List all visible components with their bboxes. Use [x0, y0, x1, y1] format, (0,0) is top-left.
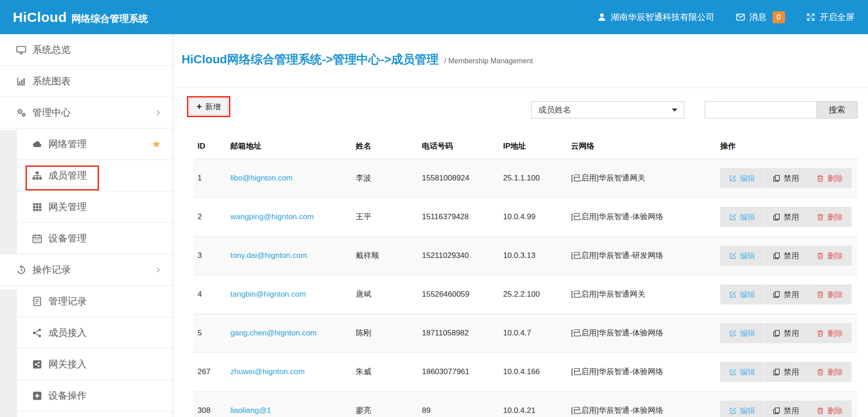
cell-email: zhuwei@hignton.com [227, 353, 352, 391]
company-account[interactable]: 湖南华辰智通科技有限公司 [597, 11, 715, 23]
col-header-phone: 电话号码 [418, 134, 499, 159]
table-row: 1 libo@hignton.com 李波 15581008924 25.1.1… [194, 159, 858, 198]
delete-button[interactable]: 删除 [808, 284, 852, 304]
favorite-star-icon: ★ [151, 138, 161, 150]
cell-network: [已启用]华辰智通-体验网络 [567, 353, 713, 391]
table-header-row: ID 邮箱地址 姓名 电话号码 IP地址 云网络 操作 [194, 134, 858, 159]
delete-button[interactable]: 删除 [808, 168, 852, 188]
cell-phone: 89 [418, 391, 499, 417]
edit-button[interactable]: 编辑 [720, 207, 764, 227]
disable-button[interactable]: 禁用 [764, 168, 807, 188]
cell-email: tangbin@hignton.com [227, 275, 352, 314]
edit-button[interactable]: 编辑 [720, 246, 764, 266]
edit-icon [729, 175, 737, 182]
delete-button[interactable]: 删除 [808, 362, 852, 382]
email-link[interactable]: tangbin@hignton.com [230, 290, 306, 299]
cell-name: 唐斌 [352, 275, 418, 314]
disable-button[interactable]: 禁用 [764, 207, 807, 227]
search-input[interactable] [705, 101, 817, 118]
add-button[interactable]: + 新增 [189, 98, 228, 115]
bar-chart-icon [16, 76, 26, 87]
table-row: 308 liaoliang@1 廖亮 89 10.0.4.21 [已启用]华辰智… [194, 391, 858, 417]
cell-network: [已启用]华辰智通-体验网络 [567, 198, 713, 237]
email-link[interactable]: libo@hignton.com [230, 174, 292, 182]
edit-button[interactable]: 编辑 [720, 168, 764, 188]
messages-button[interactable]: 消息 0 [736, 11, 785, 23]
breadcrumb: HiCloud网络综合管理系统->管理中心->成员管理 [182, 52, 438, 66]
sidebar-item-device-mgmt[interactable]: 设备管理 [17, 223, 173, 254]
sidebar-item-member-access[interactable]: 成员接入 [17, 317, 173, 349]
table-row: 5 gang.chen@hignton.com 陈刚 18711058982 1… [194, 314, 858, 353]
delete-button[interactable]: 删除 [808, 207, 852, 227]
cell-actions: 编辑 禁用 删除 [713, 159, 858, 198]
row-action-group: 编辑 禁用 删除 [720, 323, 852, 343]
edit-button[interactable]: 编辑 [720, 362, 764, 382]
cell-ip: 10.0.4.7 [499, 314, 567, 353]
email-link[interactable]: gang.chen@hignton.com [230, 329, 317, 337]
email-link[interactable]: liaoliang@1 [230, 406, 271, 415]
sidebar-item-label: 操作记录 [32, 263, 71, 276]
delete-button[interactable]: 删除 [808, 401, 852, 417]
cell-phone: 15526460059 [418, 275, 499, 314]
delete-button[interactable]: 删除 [808, 323, 852, 343]
brand-suffix: 网络综合管理系统 [71, 12, 148, 25]
table-row: 267 zhuwei@hignton.com 朱威 18603077961 10… [194, 353, 858, 391]
disable-button[interactable]: 禁用 [764, 362, 807, 382]
edit-button[interactable]: 编辑 [720, 284, 764, 304]
sidebar-item-member-mgmt[interactable]: 成员管理 [17, 160, 173, 191]
search-button[interactable]: 搜索 [816, 101, 858, 118]
edit-button[interactable]: 编辑 [720, 401, 764, 417]
disable-button[interactable]: 禁用 [764, 401, 807, 417]
email-link[interactable]: zhuwei@hignton.com [230, 367, 305, 376]
edit-icon [729, 213, 737, 221]
col-header-ip: IP地址 [499, 134, 567, 159]
cell-id: 308 [194, 391, 227, 417]
add-button-label: 新增 [205, 102, 221, 112]
sidebar-item-admin-center[interactable]: 管理中心 [0, 97, 173, 129]
edit-icon [729, 252, 737, 260]
cell-name: 李波 [352, 159, 418, 198]
disable-button[interactable]: 禁用 [764, 284, 807, 304]
sidebar-item-gateway-mgmt[interactable]: 网关管理 [17, 191, 173, 223]
cell-id: 267 [194, 353, 227, 391]
cell-id: 4 [194, 275, 227, 314]
edit-icon [729, 329, 737, 337]
sidebar-item-system-charts[interactable]: 系统图表 [0, 66, 173, 97]
sidebar-item-gateway-access[interactable]: 网关接入 [17, 349, 173, 380]
disable-button[interactable]: 禁用 [764, 246, 807, 266]
filter-dropdown[interactable]: 成员姓名 [531, 101, 684, 118]
table-row: 4 tangbin@hignton.com 唐斌 15526460059 25.… [194, 275, 858, 314]
sidebar-item-operation-records[interactable]: 操作记录 [0, 254, 173, 286]
row-action-group: 编辑 禁用 删除 [720, 207, 852, 227]
sidebar-item-device-operation[interactable]: 设备操作 [17, 380, 173, 412]
cell-email: libo@hignton.com [227, 159, 352, 198]
trash-icon [816, 252, 824, 260]
cloud-icon [32, 139, 42, 149]
sidebar-item-network-mgmt[interactable]: 网络管理 ★ [17, 129, 173, 160]
caret-down-icon [672, 108, 677, 112]
sidebar-item-label: 设备管理 [48, 232, 87, 245]
sidebar-item-admin-records[interactable]: 管理记录 [17, 286, 173, 317]
cell-phone: 15116379428 [418, 198, 499, 237]
edit-button[interactable]: 编辑 [720, 323, 764, 343]
trash-icon [816, 175, 824, 182]
delete-button[interactable]: 删除 [808, 246, 852, 266]
fullscreen-button[interactable]: 开启全屏 [806, 11, 854, 23]
disable-button[interactable]: 禁用 [764, 323, 807, 343]
cell-network: [已启用]华辰智通网关 [567, 275, 713, 314]
envelope-icon [736, 12, 745, 22]
email-link[interactable]: tony.dai@hignton.com [230, 251, 307, 260]
cell-name: 廖亮 [352, 391, 418, 417]
table-row: 2 wangping@hignton.com 王平 15116379428 10… [194, 198, 858, 237]
calendar-icon [32, 233, 42, 244]
breadcrumb-subtitle: / Membership Management [444, 57, 533, 65]
cell-network: [已启用]华辰智通-体验网络 [567, 391, 713, 417]
col-header-id: ID [194, 134, 227, 159]
cell-actions: 编辑 禁用 删除 [713, 237, 858, 275]
clone-icon [773, 329, 780, 337]
cell-actions: 编辑 禁用 删除 [713, 198, 858, 237]
email-link[interactable]: wangping@hignton.com [230, 212, 314, 221]
plus-icon: + [197, 102, 202, 111]
sidebar-item-system-overview[interactable]: 系统总览 [0, 34, 173, 66]
sitemap-icon [32, 170, 42, 181]
